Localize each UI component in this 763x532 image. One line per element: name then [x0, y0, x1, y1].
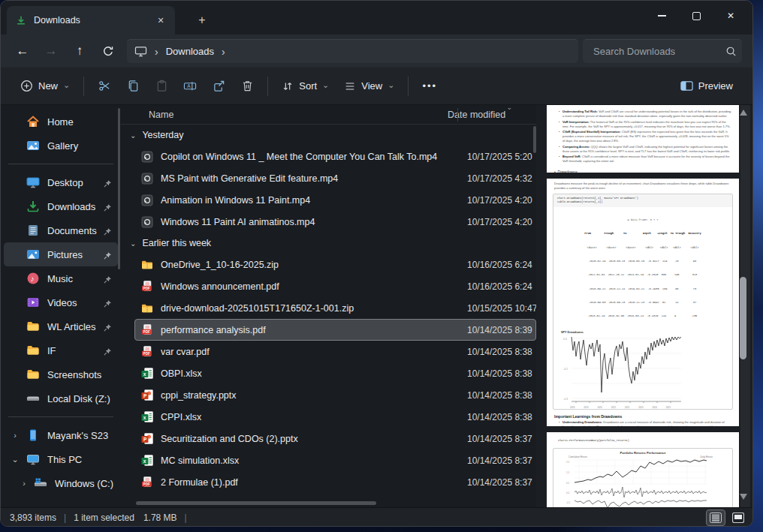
file-name: OBPI.xlsx [161, 368, 467, 379]
refresh-button[interactable] [94, 39, 122, 63]
group-header-earlier-this-week[interactable]: ⌄ Earlier this week [121, 233, 536, 254]
new-tab-button[interactable]: + [193, 11, 211, 29]
preview-bullet: Beyond VaR: CVaR is considered a more ro… [559, 155, 731, 164]
chevron-right-icon[interactable]: › [10, 431, 20, 440]
sidebar-item-music[interactable]: ♪ Music [4, 266, 118, 290]
this-pc-icon [134, 46, 147, 57]
details-view-button[interactable] [706, 509, 725, 526]
file-row-selected[interactable]: PDF performance analysis.pdf 10/14/2025 … [134, 319, 536, 341]
preview-scrollbar-thumb[interactable] [740, 277, 746, 359]
sidebar-item-if[interactable]: IF [4, 338, 118, 362]
back-button[interactable]: ← [8, 39, 37, 63]
file-row[interactable]: x MC simulation.xlsx 10/14/2025 8:37 [134, 449, 535, 471]
address-bar[interactable]: › Downloads › [127, 39, 578, 63]
breadcrumb-downloads[interactable]: Downloads [166, 46, 214, 57]
file-row[interactable]: OneDrive_1_10-16-2025.zip 10/16/2025 6:2… [134, 254, 535, 275]
sidebar-item-phone[interactable]: › Mayank's S23 [4, 423, 118, 447]
file-date: 10/14/2025 8:38 [467, 390, 536, 401]
folder-icon [26, 344, 40, 357]
chevron-down-icon: ⌄ [130, 239, 136, 248]
view-button[interactable]: View ⌄ [336, 76, 402, 97]
preview-scrollbar[interactable] [740, 105, 750, 507]
pptx-file-icon: P [141, 389, 153, 401]
search-box[interactable] [583, 39, 742, 63]
search-input[interactable] [593, 46, 725, 57]
chevron-down-icon[interactable]: ⌄ [10, 455, 20, 464]
sidebar-item-label: This PC [47, 454, 118, 465]
horizontal-scrollbar[interactable] [136, 501, 376, 505]
svg-text:PDF: PDF [143, 351, 150, 355]
delete-button[interactable] [233, 74, 261, 99]
sidebar-item-downloads[interactable]: Downloads [4, 194, 118, 218]
sort-button[interactable]: Sort ⌄ [274, 76, 336, 97]
sidebar-item-this-pc[interactable]: ⌄ This PC [4, 447, 118, 471]
copy-button[interactable] [119, 74, 147, 99]
share-button[interactable] [204, 74, 233, 99]
sidebar-item-documents[interactable]: Documents [4, 218, 118, 242]
file-date: 10/14/2025 8:39 [467, 325, 536, 335]
see-more-button[interactable]: ••• [415, 76, 445, 96]
tab-close-icon[interactable]: ✕ [152, 12, 169, 29]
file-row[interactable]: drive-download-20251015T171650Z-1-001.zi… [134, 297, 535, 319]
sidebar-item-gallery[interactable]: Gallery [4, 134, 118, 158]
status-divider: | [185, 512, 187, 523]
sidebar-item-desktop[interactable]: Desktop [4, 170, 118, 194]
sidebar-item-home[interactable]: Home [4, 110, 118, 134]
file-date: 10/14/2025 8:38 [467, 368, 536, 379]
scroll-up-icon[interactable] [740, 110, 747, 116]
maximize-button[interactable] [679, 1, 713, 31]
group-header-yesterday[interactable]: ⌄ Yesterday [121, 125, 536, 146]
notebook-cell: Portfolio Returns Performance Cumulative… [553, 448, 733, 507]
thumbnail-view-button[interactable] [728, 509, 748, 526]
view-lines-icon [344, 80, 356, 92]
close-button[interactable]: ✕ [713, 1, 748, 31]
file-name: drive-download-20251015T171650Z-1-001.zi… [161, 303, 467, 314]
search-icon [725, 46, 737, 57]
rename-button[interactable]: A [176, 74, 204, 99]
tab-downloads[interactable]: Downloads ✕ [7, 6, 175, 35]
file-row[interactable]: x OBPI.xlsx 10/14/2025 8:38 [134, 362, 535, 384]
file-date: 10/17/2025 4:20 [467, 217, 536, 227]
sidebar-scrollbar[interactable] [118, 108, 120, 269]
column-header-name[interactable]: Name [121, 110, 448, 120]
svg-text:0.0: 0.0 [563, 338, 567, 341]
gallery-icon [26, 139, 40, 152]
file-row[interactable]: P Securitization and CDOs (2).pptx 10/14… [134, 428, 535, 449]
column-divider[interactable] [457, 108, 458, 122]
file-row[interactable]: P cppi_strategy.pptx 10/14/2025 8:38 [134, 384, 535, 406]
drive-icon [26, 392, 40, 405]
preview-bullet: VaR Interpretation: The historical VaR a… [559, 120, 731, 129]
cut-button[interactable] [90, 74, 119, 99]
file-row[interactable]: Animation in Windows 11 Paint.mp4 10/17/… [134, 189, 535, 211]
home-icon [26, 115, 40, 128]
file-row[interactable]: PDF Windows announcement.pdf 10/16/2025 … [134, 275, 535, 297]
svg-text:♪: ♪ [31, 275, 35, 283]
sidebar-item-videos[interactable]: Videos [4, 290, 118, 314]
minimize-button[interactable] [644, 1, 679, 31]
sidebar-item-pictures[interactable]: Pictures [4, 242, 118, 266]
new-button[interactable]: New ⌄ [13, 75, 77, 97]
file-row[interactable]: Copilot on Windows 11 _ Meet the Compute… [134, 146, 535, 167]
svg-text:PDF: PDF [143, 482, 150, 485]
preview-bullet: Understanding Drawdowns: Drawdowns are a… [559, 420, 731, 426]
file-row[interactable]: PDF var cvar.pdf 10/14/2025 8:38 [134, 341, 535, 362]
file-row[interactable]: MS Paint with Generative Edit feature.mp… [134, 167, 535, 189]
sidebar-item-screenshots[interactable]: Screenshots [4, 362, 118, 386]
file-row[interactable]: x CPPI.xlsx 10/14/2025 8:38 [134, 406, 535, 428]
file-row[interactable]: Windows 11 Paint AI animatinos.mp4 10/17… [134, 211, 535, 233]
breadcrumb-chevron-icon[interactable]: › [222, 46, 225, 58]
file-row[interactable]: PDF 2 Formulae (1).pdf 10/14/2025 8:37 [134, 471, 535, 493]
up-button[interactable]: ↑ [65, 39, 94, 63]
forward-button[interactable]: → [37, 39, 65, 63]
performance-summary-chart: 2.5 1.5 0.5 0.0 -0.2 [564, 458, 714, 507]
svg-text:-0.2: -0.2 [566, 501, 571, 504]
paste-button[interactable] [147, 74, 176, 99]
column-header-date-modified[interactable]: ⌄ Date modified [448, 110, 523, 120]
chevron-right-icon[interactable]: › [19, 479, 29, 488]
sidebar-item-local-disk-z[interactable]: Local Disk (Z:) [4, 386, 118, 410]
sidebar-item-wl-articles[interactable]: WL Articles [4, 314, 118, 338]
svg-text:P: P [143, 437, 147, 442]
scroll-down-icon[interactable] [740, 494, 747, 500]
sidebar-item-windows-c[interactable]: › Windows (C:) [4, 471, 118, 495]
preview-toggle-button[interactable]: Preview [673, 76, 740, 96]
